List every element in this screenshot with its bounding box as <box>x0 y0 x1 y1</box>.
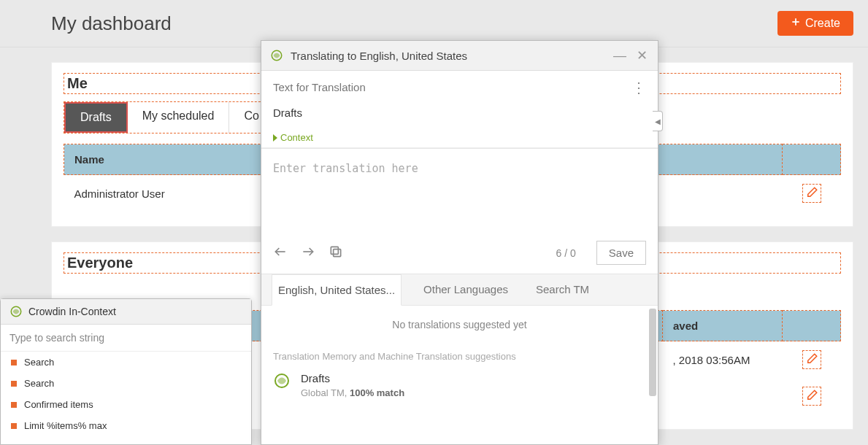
create-button-label: Create <box>805 17 840 30</box>
context-toggle[interactable]: Context <box>273 132 646 143</box>
square-marker-icon <box>11 360 17 365</box>
svg-rect-7 <box>331 247 338 254</box>
col-saved-everyone[interactable]: aved <box>663 311 783 341</box>
copy-source-button[interactable] <box>329 244 343 262</box>
crowdin-side-panel: Crowdin In-Context Type to search string… <box>0 298 252 445</box>
plus-icon <box>791 17 801 30</box>
crowdin-logo-icon <box>9 305 23 318</box>
pencil-icon <box>805 389 818 404</box>
save-button[interactable]: Save <box>596 241 646 265</box>
more-menu-button[interactable]: ⋮ <box>631 85 646 90</box>
col-action <box>783 311 841 341</box>
create-button[interactable]: Create <box>777 11 853 36</box>
next-string-button[interactable] <box>301 244 315 262</box>
close-button[interactable]: ✕ <box>634 47 649 63</box>
arrow-right-icon <box>301 249 315 261</box>
translation-dialog: Translating to English, United States — … <box>261 40 658 445</box>
square-marker-icon <box>11 381 17 387</box>
pencil-icon <box>805 352 818 368</box>
me-tabs: Drafts My scheduled Co <box>64 101 275 134</box>
crowdin-item[interactable]: Search <box>1 352 251 373</box>
arrow-left-icon <box>273 249 288 261</box>
tm-source: Global TM, <box>301 387 350 398</box>
edit-button[interactable] <box>802 350 821 369</box>
tab-my-scheduled[interactable]: My scheduled <box>128 102 230 133</box>
crowdin-item[interactable]: Search <box>1 373 251 394</box>
char-count: 6 / 0 <box>556 247 576 259</box>
square-marker-icon <box>11 423 17 429</box>
edit-button[interactable] <box>802 387 821 406</box>
crowdin-logo-icon <box>270 49 283 62</box>
scrollbar[interactable] <box>649 309 656 396</box>
svg-rect-6 <box>334 249 341 256</box>
crowdin-item-label: Search <box>24 357 54 368</box>
pencil-icon <box>805 186 818 201</box>
suggestion-tab-other[interactable]: Other Languages <box>418 274 514 305</box>
page-title: My dashboard <box>51 12 172 35</box>
source-string: Drafts <box>273 107 646 119</box>
tm-match: 100% match <box>350 387 404 398</box>
crowdin-item[interactable]: Confirmed items <box>1 394 251 415</box>
expand-handle[interactable]: ◀ <box>653 111 663 131</box>
dialog-title-text: Translating to English, United States <box>291 50 467 62</box>
tm-section-title: Translation Memory and Machine Translati… <box>273 351 646 362</box>
crowdin-item-label: Limit %items% max <box>24 420 107 431</box>
copy-icon <box>329 249 343 261</box>
text-for-translation-label: Text for Translation <box>273 81 366 93</box>
minimize-button[interactable]: — <box>612 48 627 63</box>
crowdin-side-title: Crowdin In-Context <box>28 306 116 317</box>
square-marker-icon <box>11 402 17 408</box>
crowdin-logo-icon <box>273 372 291 390</box>
no-suggestions-text: No translations suggested yet <box>273 319 646 330</box>
chevron-left-icon: ◀ <box>655 117 661 125</box>
suggestion-tab-search-tm[interactable]: Search TM <box>530 274 595 305</box>
edit-button[interactable] <box>802 184 821 203</box>
tab-drafts[interactable]: Drafts <box>64 102 128 133</box>
tm-text: Drafts <box>301 372 404 384</box>
suggestion-tab-target[interactable]: English, United States... <box>272 274 402 306</box>
crowdin-search-input[interactable]: Type to search string <box>1 325 251 352</box>
tm-suggestion[interactable]: Drafts Global TM, 100% match <box>273 372 646 398</box>
prev-string-button[interactable] <box>273 244 288 262</box>
context-label: Context <box>280 132 313 143</box>
translation-input[interactable] <box>261 148 658 232</box>
crowdin-item-label: Search <box>24 378 54 389</box>
caret-right-icon <box>273 134 277 142</box>
crowdin-item[interactable]: Limit %items% max <box>1 415 251 436</box>
col-action <box>783 144 841 175</box>
cell-saved: , 2018 03:56AM <box>663 341 783 379</box>
crowdin-item-label: Confirmed items <box>24 399 93 410</box>
